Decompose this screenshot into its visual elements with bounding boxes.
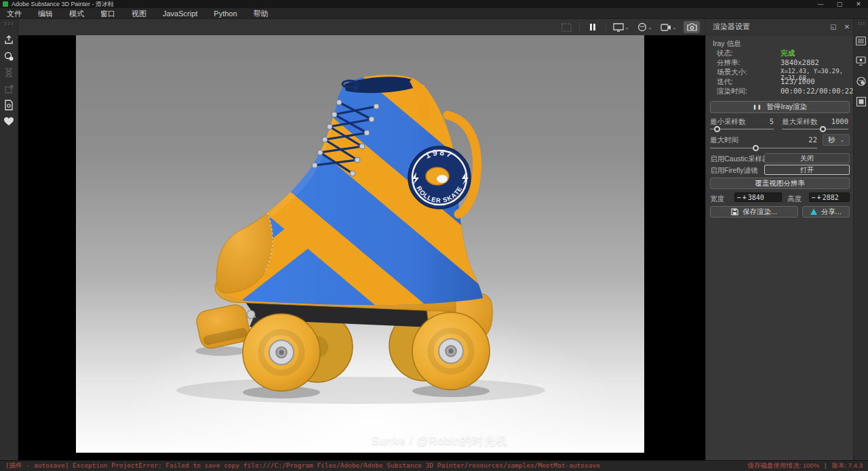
max-samples-label: 最大采样数	[782, 117, 818, 127]
info-label: 状态:	[717, 49, 733, 58]
caustic-toggle[interactable]: 关闭	[764, 153, 850, 163]
materials-icon[interactable]	[2, 49, 16, 63]
minimize-button[interactable]: —	[811, 0, 830, 8]
decrement-icon[interactable]: −	[812, 194, 816, 201]
info-label: 迭代:	[717, 77, 733, 87]
status-bar: [插件 - autosave] Exception ProjectError: …	[0, 460, 868, 471]
menu-edit[interactable]: 编辑	[30, 8, 61, 19]
save-render-button[interactable]: 保存渲染...	[710, 206, 798, 218]
menu-javascript[interactable]: JavaScript	[155, 8, 205, 19]
chevron-down-icon: ⌄	[625, 24, 629, 30]
menu-mode[interactable]: 模式	[61, 8, 92, 19]
status-error-message: [插件 - autosave] Exception ProjectError: …	[5, 462, 600, 470]
iray-render-camera-icon[interactable]	[684, 21, 700, 33]
toolbar-separator	[579, 22, 580, 32]
panel-title: 渲染器设置	[713, 22, 750, 32]
rear-wheel	[412, 312, 490, 390]
menu-window[interactable]: 窗口	[92, 8, 123, 19]
camera-mode-icon[interactable]: ⌄	[660, 21, 677, 33]
iterations-value: 123/1000	[781, 77, 815, 85]
info-label: 场景大小:	[717, 68, 747, 77]
renderer-settings-panel: 渲染器设置 ◱ ✕ Iray 信息 状态: 完成 分辨率: 3840x2882 …	[705, 19, 853, 460]
material-mode-icon[interactable]: ⌄	[636, 21, 654, 33]
watermark: Sunke / @Robin的时光机	[372, 433, 508, 449]
chevron-down-icon: ⌄	[672, 24, 677, 30]
menu-bar: 文件 编辑 模式 窗口 视图 JavaScript Python 帮助	[0, 8, 868, 19]
info-label: 分辨率:	[717, 58, 740, 68]
pause-render-icon[interactable]	[586, 21, 599, 33]
tab-shader-settings-icon[interactable]	[855, 75, 867, 87]
tab-display-settings-icon[interactable]	[855, 55, 867, 67]
right-tab-strip	[853, 19, 868, 460]
pause-icon: ❚❚	[753, 104, 762, 110]
max-time-value[interactable]: 22	[793, 136, 817, 144]
increment-icon[interactable]: +	[817, 194, 821, 201]
save-icon	[731, 208, 738, 216]
left-toolbar	[0, 19, 18, 460]
badge: 1987 ROLLER SKATE	[408, 146, 471, 209]
document-image-icon[interactable]	[2, 98, 16, 112]
dock-grip-icon[interactable]	[857, 22, 865, 25]
title-bar: Adobe Substance 3D Painter - 滑冰鞋 — ▢ ✕	[0, 0, 868, 8]
tab-properties-icon[interactable]	[855, 35, 867, 47]
share-button[interactable]: 分享...	[802, 206, 850, 218]
min-samples-slider[interactable]	[710, 126, 774, 131]
cache-usage: 缓存磁盘使用情况: 100%	[748, 462, 820, 470]
increment-icon[interactable]: +	[743, 194, 747, 201]
decrement-icon[interactable]: −	[737, 194, 741, 201]
min-samples-label: 最小采样数	[710, 117, 746, 127]
favorites-heart-icon[interactable]	[2, 115, 16, 128]
override-resolution-button[interactable]: 覆盖视图分辨率	[710, 178, 850, 189]
height-input[interactable]: − + 2882	[809, 192, 850, 202]
panel-header: 渲染器设置 ◱ ✕	[706, 19, 854, 35]
ground-shadow	[176, 377, 545, 404]
time-unit-dropdown[interactable]: 秒 ⌄	[823, 134, 850, 146]
version-label: 版本: 7.4.3	[832, 462, 863, 470]
rendered-roller-skate: 1987 ROLLER SKATE	[76, 35, 644, 453]
max-time-slider[interactable]	[710, 145, 817, 150]
render-time-value: 00:00:22/00:00:22	[781, 87, 853, 95]
resolution-value: 3840x2882	[781, 58, 819, 66]
height-label: 高度	[787, 194, 802, 204]
max-samples-slider[interactable]	[782, 126, 848, 131]
panel-close-icon[interactable]: ✕	[840, 23, 854, 30]
status-value: 完成	[781, 49, 795, 58]
max-samples-value[interactable]: 1000	[823, 117, 848, 125]
menu-help[interactable]: 帮助	[245, 8, 277, 19]
export-render-icon[interactable]	[2, 33, 16, 47]
max-time-label: 最大时间	[710, 136, 738, 145]
panel-float-icon[interactable]: ◱	[827, 23, 840, 30]
marquee-select-icon[interactable]	[559, 21, 573, 33]
menu-python[interactable]: Python	[205, 8, 245, 19]
chevron-down-icon: ⌄	[648, 24, 652, 30]
tab-texture-set-icon[interactable]	[855, 96, 867, 108]
front-wheel	[243, 314, 320, 391]
iray-info-title: Iray 信息	[713, 39, 741, 49]
dock-grip-icon[interactable]	[4, 22, 14, 25]
firefly-toggle[interactable]: 打开	[764, 165, 850, 175]
menu-view[interactable]: 视图	[123, 8, 155, 19]
viewport-toolbar: ⌄ ⌄ ⌄	[18, 19, 705, 35]
render-image: 1987 ROLLER SKATE	[76, 35, 644, 453]
chevron-down-icon: ⌄	[840, 137, 844, 143]
firefly-label: 启用Firefly滤镜	[710, 166, 758, 176]
app-icon	[3, 1, 8, 7]
share-icon	[810, 209, 817, 216]
boot	[85, 35, 644, 431]
external-link-icon[interactable]	[2, 82, 16, 96]
caustic-label: 启用Caustic采样器	[710, 155, 770, 164]
viewport-3d[interactable]: ⌄ ⌄ ⌄	[18, 19, 705, 460]
close-button[interactable]: ✕	[849, 0, 868, 8]
history-icon[interactable]	[2, 66, 16, 79]
toolbar-separator	[606, 22, 606, 32]
maximize-button[interactable]: ▢	[830, 0, 849, 8]
display-mode-icon[interactable]: ⌄	[612, 21, 630, 33]
width-input[interactable]: − + 3840	[734, 192, 782, 202]
min-samples-value[interactable]: 5	[751, 117, 774, 125]
menu-file[interactable]: 文件	[0, 8, 30, 19]
pause-iray-button[interactable]: ❚❚ 暂停Iray渲染	[710, 101, 850, 113]
info-label: 渲染时间:	[717, 87, 747, 96]
width-label: 宽度	[710, 194, 724, 204]
